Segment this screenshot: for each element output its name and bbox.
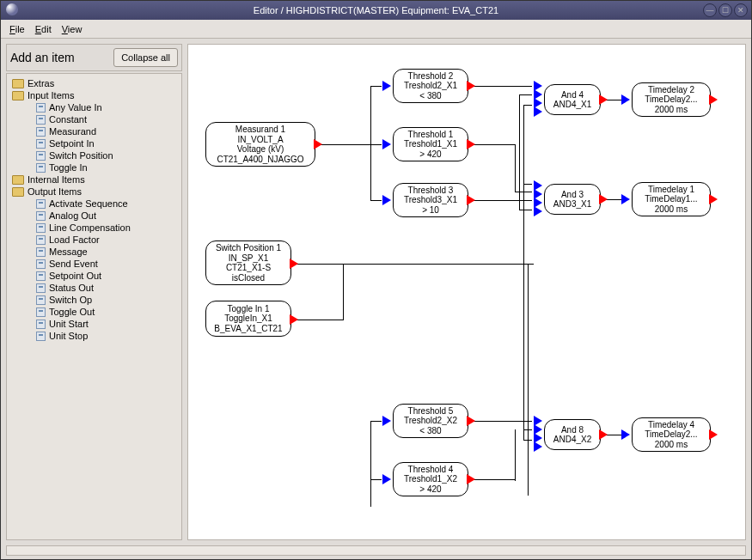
app-icon <box>6 3 18 15</box>
tree-item-any-value-in[interactable]: Any Value In <box>9 101 180 113</box>
tree-item-send-event[interactable]: Send Event <box>9 258 180 270</box>
block-threshold-3[interactable]: Threshold 3 Treshold3_X1 > 10 <box>393 183 468 217</box>
tree-label: Switch Position <box>49 150 113 161</box>
tree-item-switch-op[interactable]: Switch Op <box>9 294 180 306</box>
tree-item-activate-sequence[interactable]: Activate Sequence <box>9 198 180 210</box>
block-and-3[interactable]: And 3 AND3_X1 <box>544 184 601 215</box>
block-line: Voltage (kV) <box>237 144 284 155</box>
block-threshold-4[interactable]: Threshold 4 Treshold1_X2 > 420 <box>393 462 468 496</box>
item-tree[interactable]: Extras Input Items Any Value In Constant… <box>6 73 182 540</box>
block-toggle-in-1[interactable]: Toggle In 1 ToggleIn_X1 B_EVA_X1_CT21 <box>205 301 291 337</box>
item-icon <box>36 332 46 341</box>
close-button[interactable]: ✕ <box>734 3 748 17</box>
tree-folder-output-items[interactable]: Output Items <box>9 186 180 198</box>
block-line: Threshold 4 <box>408 465 454 475</box>
diagram-canvas-scroll[interactable]: Measurand 1 IN_VOLT_A Voltage (kV) CT21_… <box>187 44 746 540</box>
tree-item-analog-out[interactable]: Analog Out <box>9 210 180 222</box>
block-line: Treshold2_X2 <box>404 416 457 426</box>
block-timedelay-1[interactable]: Timedelay 1 TimeDelay1... 2000 ms <box>632 182 711 216</box>
block-line: IN_SP_X1 <box>229 253 269 264</box>
menu-edit[interactable]: Edit <box>30 22 57 36</box>
port-in-icon <box>534 441 542 452</box>
tree-folder-extras[interactable]: Extras <box>9 77 180 89</box>
titlebar[interactable]: Editor / HIGHDISTRICT(MASTER) Equipment:… <box>1 1 751 20</box>
folder-icon <box>12 79 24 88</box>
tree-item-toggle-in[interactable]: Toggle In <box>9 161 180 173</box>
minimize-button[interactable]: — <box>703 3 717 17</box>
block-timedelay-4[interactable]: Timedelay 4 TimeDelay2... 2000 ms <box>632 417 711 452</box>
block-line: Measurand 1 <box>235 125 285 135</box>
tree-label: Activate Sequence <box>49 198 128 209</box>
block-line: isClosed <box>232 273 265 283</box>
maximize-button[interactable]: ☐ <box>718 3 732 17</box>
tree-label: Toggle In <box>49 162 88 173</box>
port-in-icon <box>621 429 630 440</box>
block-line: Threshold 2 <box>408 71 454 82</box>
port-out-icon <box>709 194 718 204</box>
folder-icon <box>12 187 24 197</box>
block-line: ToggleIn_X1 <box>224 313 272 324</box>
block-line: AND4_X1 <box>553 100 591 110</box>
port-in-icon <box>382 195 391 205</box>
block-threshold-5[interactable]: Threshold 5 Treshold2_X2 < 380 <box>393 404 468 438</box>
tree-item-constant[interactable]: Constant <box>9 113 180 125</box>
tree-item-measurand[interactable]: Measurand <box>9 125 180 137</box>
block-threshold-2[interactable]: Threshold 2 Treshold2_X1 < 380 <box>393 69 468 103</box>
block-line: TimeDelay1... <box>645 194 697 204</box>
tree-item-message[interactable]: Message <box>9 246 180 258</box>
tree-label: Toggle Out <box>49 307 95 317</box>
block-measurand-1[interactable]: Measurand 1 IN_VOLT_A Voltage (kV) CT21_… <box>205 122 315 167</box>
tree-label: Status Out <box>49 283 94 293</box>
block-and-8[interactable]: And 8 AND4_X2 <box>544 419 601 450</box>
block-line: And 8 <box>561 425 584 435</box>
item-icon <box>36 223 46 233</box>
tree-item-status-out[interactable]: Status Out <box>9 282 180 294</box>
port-out-icon <box>599 194 608 204</box>
menubar: File Edit View <box>1 20 751 39</box>
tree-label: Extras <box>28 78 54 88</box>
block-line: 2000 ms <box>655 204 688 215</box>
tree-item-setpoint-out[interactable]: Setpoint Out <box>9 270 180 282</box>
menu-file[interactable]: File <box>4 22 30 36</box>
block-timedelay-2[interactable]: Timedelay 2 TimeDelay2... 2000 ms <box>632 82 711 117</box>
folder-icon <box>12 175 24 185</box>
port-out-icon <box>709 429 718 440</box>
item-icon <box>36 259 46 269</box>
diagram-canvas[interactable]: Measurand 1 IN_VOLT_A Voltage (kV) CT21_… <box>188 45 746 540</box>
tree-item-toggle-out[interactable]: Toggle Out <box>9 306 180 318</box>
block-switch-position-1[interactable]: Switch Position 1 IN_SP_X1 CT21_X1-S isC… <box>205 240 291 285</box>
block-line: < 380 <box>419 426 441 436</box>
menu-view[interactable]: View <box>57 22 88 36</box>
port-out-icon <box>467 195 475 205</box>
block-line: Threshold 3 <box>408 186 454 196</box>
port-out-icon <box>290 259 298 269</box>
block-line: > 420 <box>419 149 441 160</box>
tree-item-line-compensation[interactable]: Line Compensation <box>9 222 180 234</box>
block-line: 2000 ms <box>655 105 688 115</box>
tree-folder-input-items[interactable]: Input Items <box>9 89 180 101</box>
block-line: Switch Position 1 <box>216 243 281 253</box>
collapse-all-button[interactable]: Collapse all <box>113 48 178 67</box>
item-icon <box>36 199 46 209</box>
block-and-4[interactable]: And 4 AND4_X1 <box>544 84 601 115</box>
tree-item-setpoint-in[interactable]: Setpoint In <box>9 137 180 149</box>
port-out-icon <box>467 139 475 149</box>
tree-item-unit-start[interactable]: Unit Start <box>9 318 180 330</box>
block-threshold-1[interactable]: Threshold 1 Treshold1_X1 > 420 <box>393 127 468 161</box>
tree-item-unit-stop[interactable]: Unit Stop <box>9 330 180 342</box>
item-icon <box>36 247 46 257</box>
item-icon <box>36 211 46 221</box>
block-line: < 380 <box>419 91 441 101</box>
tree-label: Setpoint Out <box>49 271 101 281</box>
port-out-icon <box>290 314 298 325</box>
item-icon <box>36 283 46 293</box>
block-line: Timedelay 1 <box>648 185 694 195</box>
block-line: CT21_A400_NJAGGO <box>217 155 303 165</box>
block-line: Treshold1_X2 <box>404 474 457 484</box>
block-line: TimeDelay2... <box>645 429 697 440</box>
tree-folder-internal-items[interactable]: Internal Items <box>9 173 180 186</box>
tree-item-switch-position[interactable]: Switch Position <box>9 149 180 161</box>
block-line: 2000 ms <box>655 440 688 450</box>
tree-item-load-factor[interactable]: Load Factor <box>9 234 180 246</box>
port-out-icon <box>467 474 475 484</box>
